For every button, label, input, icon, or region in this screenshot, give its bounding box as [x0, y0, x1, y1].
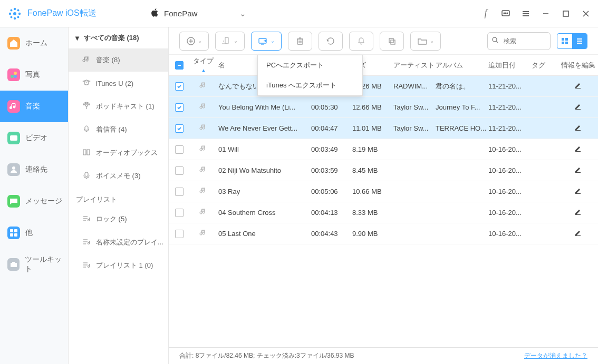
- cell-name: You Belong With Me (Li...: [216, 103, 311, 111]
- tree-item-3[interactable]: 着信音 (4): [69, 118, 168, 141]
- audiobook-icon: [82, 148, 91, 158]
- tree-item-2[interactable]: ポッドキャスト (1): [69, 95, 168, 118]
- sidebar-item-7[interactable]: ツールキット: [0, 249, 68, 280]
- svg-point-2: [14, 17, 16, 19]
- select-all-checkbox[interactable]: [175, 61, 184, 70]
- feedback-icon[interactable]: [501, 9, 510, 18]
- tree-item-5[interactable]: ボイスメモ (3): [69, 164, 168, 188]
- cell-date: 10-16-20...: [488, 230, 532, 238]
- search-box[interactable]: [487, 32, 551, 50]
- row-checkbox[interactable]: [175, 145, 184, 154]
- export-to-pc[interactable]: PCへエクスポート: [258, 55, 362, 75]
- svg-point-12: [507, 13, 508, 14]
- list-view-button[interactable]: [572, 34, 587, 48]
- sidebar-item-1[interactable]: 写真: [0, 59, 68, 91]
- sidebar-item-label: ビデオ: [25, 133, 47, 143]
- table-row[interactable]: 02 Niji Wo Matsuhito 00:03:59 8.45 MB 10…: [169, 160, 598, 181]
- device-selector[interactable]: FonePaw ⌄: [150, 8, 246, 19]
- tree-header-label: すべての音楽 (18): [84, 33, 139, 43]
- row-checkbox[interactable]: [175, 230, 184, 238]
- delete-button[interactable]: [288, 32, 312, 51]
- sidebar-item-label: 連絡先: [25, 165, 47, 174]
- close-button[interactable]: [581, 9, 591, 18]
- playlist-item-0[interactable]: ロック (5): [69, 208, 168, 231]
- sidebar-item-6[interactable]: 他: [0, 217, 68, 249]
- cell-size: 12.66 MB: [352, 103, 393, 111]
- add-button[interactable]: ⌄: [179, 32, 209, 51]
- tree-header[interactable]: ▼ すべての音楽 (18): [69, 27, 168, 48]
- svg-rect-67: [565, 38, 568, 41]
- col-type[interactable]: タイプ▲: [190, 56, 216, 74]
- tree-item-0[interactable]: 音楽 (8): [69, 48, 168, 72]
- grid-view-button[interactable]: [557, 34, 572, 48]
- cell-duration: 00:05:30: [311, 103, 352, 111]
- svg-point-1: [14, 7, 16, 9]
- col-edit[interactable]: 情報を編集: [558, 61, 598, 70]
- row-checkbox[interactable]: [175, 103, 184, 112]
- svg-point-32: [85, 104, 88, 106]
- col-artist[interactable]: アーティスト: [393, 61, 436, 70]
- cell-date: 11-21-20...: [488, 103, 532, 111]
- other-icon: [7, 227, 20, 239]
- sidebar-item-0[interactable]: ホーム: [0, 27, 68, 59]
- table-row[interactable]: 05 Last One 00:04:43 9.90 MB 10-16-20...: [169, 223, 598, 244]
- minimize-button[interactable]: [541, 9, 551, 18]
- sidebar-item-5[interactable]: メッセージ: [0, 185, 68, 217]
- edit-button[interactable]: [558, 166, 598, 175]
- table-row[interactable]: 01 Will 00:03:49 8.19 MB 10-16-20...: [169, 139, 598, 160]
- table-row[interactable]: なんでもないや (movie v... 00:05:44 13.26 MB RA…: [169, 76, 598, 97]
- cell-duration: 00:03:59: [311, 166, 352, 174]
- table-row[interactable]: 03 Ray 00:05:06 10.66 MB 10-16-20...: [169, 181, 598, 202]
- export-button[interactable]: ⌄: [251, 32, 282, 51]
- music-note-icon: [190, 82, 216, 91]
- sidebar-item-3[interactable]: ビデオ: [0, 122, 68, 154]
- data-lost-link[interactable]: データが消えました？: [524, 351, 587, 360]
- row-checkbox[interactable]: [175, 82, 184, 91]
- edit-button[interactable]: [558, 103, 598, 112]
- edit-button[interactable]: [558, 229, 598, 238]
- facebook-icon[interactable]: f: [481, 9, 490, 18]
- edit-button[interactable]: [558, 82, 598, 91]
- table-row[interactable]: You Belong With Me (Li... 00:05:30 12.66…: [169, 97, 598, 118]
- music-note-icon: [190, 124, 216, 133]
- edit-button[interactable]: [558, 208, 598, 217]
- sort-asc-icon: ▲: [201, 67, 206, 73]
- edit-button[interactable]: [558, 145, 598, 154]
- table-row[interactable]: 04 Southern Cross 00:04:13 8.33 MB 10-16…: [169, 202, 598, 223]
- refresh-button[interactable]: [319, 32, 343, 51]
- tree-item-4[interactable]: オーディオブックス: [69, 141, 168, 164]
- playlist-item-1[interactable]: 名称未設定のプレイ...: [69, 231, 168, 254]
- sidebar-item-2[interactable]: 音楽: [0, 91, 68, 122]
- table-row[interactable]: We Are Never Ever Gett... 00:04:47 11.01…: [169, 118, 598, 139]
- row-checkbox[interactable]: [175, 124, 184, 133]
- maximize-button[interactable]: [561, 9, 571, 18]
- duplicate-button[interactable]: [380, 32, 404, 51]
- cell-name: 01 Will: [216, 145, 311, 153]
- col-date[interactable]: 追加日付: [488, 61, 532, 70]
- edit-button[interactable]: [558, 124, 598, 133]
- music-note-icon: [190, 208, 216, 217]
- folder-button[interactable]: ⌄: [410, 32, 441, 51]
- chevron-down-icon: ⌄: [271, 38, 275, 44]
- tree-item-1[interactable]: iTunes U (2): [69, 72, 168, 95]
- contacts-icon: [7, 163, 20, 176]
- col-album[interactable]: アルバム: [436, 61, 488, 70]
- playlist-item-2[interactable]: プレイリスト 1 (0): [69, 254, 168, 277]
- cell-artist: Taylor Sw...: [393, 124, 436, 132]
- import-device-button[interactable]: ⌄: [215, 32, 245, 51]
- export-to-itunes[interactable]: iTunes へエクスポート: [258, 75, 362, 95]
- row-checkbox[interactable]: [175, 209, 184, 217]
- cell-size: 8.45 MB: [352, 166, 393, 174]
- sidebar-item-4[interactable]: 連絡先: [0, 154, 68, 185]
- primary-nav: ホーム写真音楽ビデオ連絡先メッセージ他ツールキット: [0, 27, 69, 364]
- cell-date: 10-16-20...: [488, 188, 532, 195]
- col-tag[interactable]: タグ: [532, 61, 558, 70]
- edit-button[interactable]: [558, 187, 598, 196]
- row-checkbox[interactable]: [175, 188, 184, 196]
- svg-rect-33: [85, 172, 88, 176]
- menu-icon[interactable]: [521, 9, 531, 18]
- ringtone-button[interactable]: [349, 32, 373, 51]
- cell-date: 10-16-20...: [488, 209, 532, 217]
- music-note-icon: [190, 145, 216, 154]
- row-checkbox[interactable]: [175, 166, 184, 175]
